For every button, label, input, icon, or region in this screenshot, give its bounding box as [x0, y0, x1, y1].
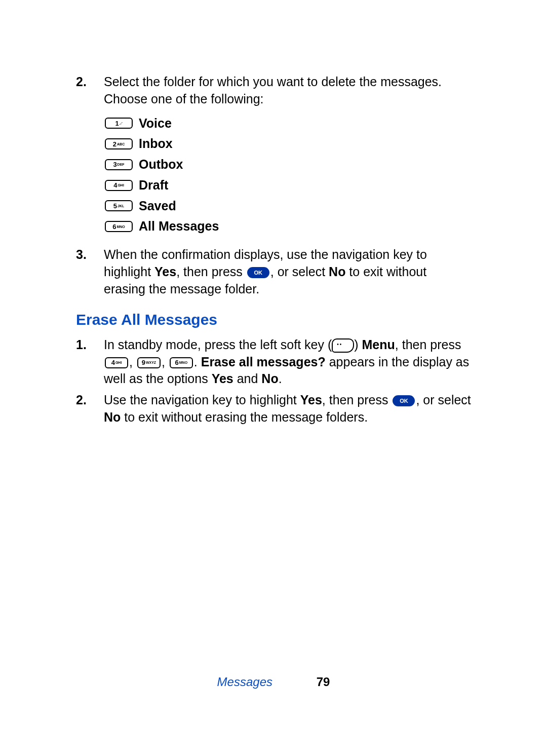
list-marker: 2. [76, 392, 104, 426]
option-all-messages: 6MNO All Messages [104, 218, 471, 235]
no-label: No [329, 264, 345, 279]
option-label: Voice [139, 115, 172, 132]
sec2-step-2-body: Use the navigation key to highlight Yes,… [104, 392, 471, 426]
option-saved: 5JKL Saved [104, 198, 471, 215]
key-2-icon: 2ABC [105, 138, 133, 149]
key-6-icon: 6MNO [105, 221, 133, 232]
step-3-body: When the confirmation displays, use the … [104, 246, 471, 297]
list-marker: 1. [76, 336, 104, 388]
list-marker: 2. [76, 73, 104, 242]
option-voice: 1.-' Voice [104, 115, 471, 132]
key-9-icon: 9WXYZ [137, 357, 161, 368]
sec2-step-1-body: In standby mode, press the left soft key… [104, 336, 471, 388]
option-label: Outbox [139, 156, 183, 173]
keypad-option-list: 1.-' Voice 2ABC Inbox 3DEF Outbox 4GHI D… [104, 115, 471, 236]
footer-page-number: 79 [317, 675, 330, 689]
key-1-icon: 1.-' [105, 118, 133, 129]
option-outbox: 3DEF Outbox [104, 156, 471, 173]
manual-page: 2. Select the folder for which you want … [0, 0, 547, 756]
key-4-icon: 4GHI [105, 357, 128, 368]
ok-key-icon: OK [393, 395, 415, 406]
footer-section-name: Messages [217, 675, 272, 689]
key-5-icon: 5JKL [105, 200, 133, 211]
ok-key-icon: OK [247, 267, 269, 278]
option-inbox: 2ABC Inbox [104, 135, 471, 153]
erase-question: Erase all messages? [201, 355, 326, 369]
list-marker: 3. [76, 246, 104, 297]
option-label: All Messages [139, 218, 219, 235]
page-footer: Messages 79 [76, 674, 471, 690]
sec2-step-1: 1. In standby mode, press the left soft … [76, 336, 471, 388]
option-label: Draft [139, 177, 168, 194]
menu-label: Menu [362, 337, 395, 352]
step-2: 2. Select the folder for which you want … [76, 73, 471, 242]
yes-label: Yes [300, 393, 322, 407]
left-soft-key-icon [332, 338, 354, 353]
step-2-text: Select the folder for which you want to … [104, 74, 442, 106]
key-4-icon: 4GHI [105, 180, 133, 191]
step-2-body: Select the folder for which you want to … [104, 73, 471, 242]
no-label: No [261, 371, 278, 386]
option-draft: 4GHI Draft [104, 177, 471, 194]
option-label: Saved [139, 198, 176, 215]
sec2-step-2: 2. Use the navigation key to highlight Y… [76, 392, 471, 426]
key-3-icon: 3DEF [105, 159, 133, 170]
yes-label: Yes [154, 264, 176, 279]
section-heading-erase-all: Erase All Messages [76, 310, 471, 330]
no-label: No [104, 410, 121, 424]
key-6-icon: 6MNO [170, 357, 193, 368]
yes-label: Yes [212, 371, 233, 386]
step-3: 3. When the confirmation displays, use t… [76, 246, 471, 297]
option-label: Inbox [139, 135, 173, 153]
